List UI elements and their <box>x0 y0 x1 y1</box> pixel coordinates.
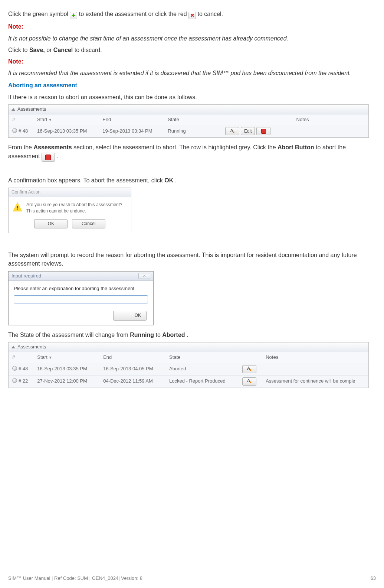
page-footer: SIM™ User Manual | Ref Code: SUM | GEN4_… <box>8 575 376 582</box>
aborting-heading: Aborting an assessment <box>8 81 376 90</box>
col-actions <box>221 114 292 125</box>
reason-paragraph: The system will prompt to record the rea… <box>8 251 376 268</box>
table-row[interactable]: # 22 27-Nov-2012 12:00 PM 04-Dec-2012 11… <box>9 375 368 387</box>
save-cancel-line: Click to Save, or Cancel to discard. <box>8 46 376 54</box>
panel-header[interactable]: Assessments <box>9 342 368 352</box>
warning-icon <box>12 202 23 212</box>
chevron-up-icon <box>12 346 15 348</box>
abort-button[interactable] <box>256 127 270 135</box>
note-label-2: Note: <box>8 57 376 66</box>
col-number[interactable]: # <box>9 114 33 125</box>
row-action-button[interactable]: A● <box>225 127 239 135</box>
col-state[interactable]: State <box>164 114 221 125</box>
col-notes[interactable]: Notes <box>293 114 368 125</box>
plus-green-icon: ✚ <box>70 12 77 19</box>
col-start[interactable]: Start▼ <box>33 352 99 363</box>
abort-reason-input[interactable] <box>14 295 148 303</box>
note-label-1: Note: <box>8 22 376 31</box>
panel-title: Assessments <box>17 106 46 113</box>
assessments-panel-running: Assessments # Start▼ End State Notes # 4… <box>8 104 369 138</box>
abort-intro: If there is a reason to abort an assessm… <box>8 93 376 101</box>
confirm-action-dialog: Confirm Action Are you sure you wish to … <box>8 188 131 233</box>
col-state[interactable]: State <box>165 352 239 363</box>
cancel-red-icon: ✖ <box>188 12 196 19</box>
panel-header[interactable]: Assessments <box>9 105 368 114</box>
col-number[interactable]: # <box>9 352 33 363</box>
row-status-icon <box>12 128 17 133</box>
input-required-dialog: Input required ✕ Please enter an explana… <box>8 271 154 325</box>
table-header-row: # Start▼ End State Notes <box>9 114 368 125</box>
footer-left: SIM™ User Manual | Ref Code: SUM | GEN4_… <box>8 575 142 582</box>
abort-button-inline[interactable] <box>42 153 55 162</box>
cancel-button[interactable]: Cancel <box>72 219 105 228</box>
table-header-row: # Start▼ End State Notes <box>9 352 368 363</box>
close-icon[interactable]: ✕ <box>138 273 150 279</box>
table-row[interactable]: # 48 16-Sep-2013 03:35 PM 16-Sep-2013 04… <box>9 363 368 375</box>
dialog-title: Confirm Action <box>9 188 131 197</box>
col-end[interactable]: End <box>99 352 165 363</box>
abort-instruction: From the Assessments section, select the… <box>8 143 376 162</box>
row-action-button[interactable]: A● <box>242 365 256 373</box>
col-actions <box>239 352 262 363</box>
edit-button[interactable]: Edit <box>241 127 255 135</box>
sort-desc-icon: ▼ <box>48 118 52 122</box>
table-row[interactable]: # 48 16-Sep-2013 03:35 PM 19-Sep-2013 03… <box>9 125 368 137</box>
dialog-prompt: Please enter an explanation for aborting… <box>14 285 148 292</box>
note-2-text: It is recommended that the assessment is… <box>8 69 376 77</box>
chevron-up-icon <box>12 108 15 111</box>
dialog-title: Input required <box>12 273 41 280</box>
row-status-icon <box>12 366 17 371</box>
panel-title: Assessments <box>17 344 46 351</box>
extend-cancel-line: Click the green symbol ✚ to extend the a… <box>8 10 376 19</box>
row-status-icon <box>12 378 17 383</box>
note-1-text: It is not possible to change the start t… <box>8 34 376 43</box>
assessments-panel-aborted: Assessments # Start▼ End State Notes # 4… <box>8 342 369 388</box>
col-start[interactable]: Start▼ <box>33 114 99 125</box>
col-end[interactable]: End <box>99 114 164 125</box>
ok-button[interactable]: OK <box>34 219 68 228</box>
col-notes[interactable]: Notes <box>262 352 368 363</box>
row-action-button[interactable]: A● <box>242 377 256 386</box>
page-number: 63 <box>371 575 376 582</box>
state-change-line: The State of the assessment will change … <box>8 331 376 339</box>
dialog-message: Are you sure you wish to Abort this asse… <box>26 202 127 215</box>
ok-button[interactable]: OK <box>113 311 147 320</box>
sort-desc-icon: ▼ <box>49 355 52 360</box>
confirm-intro: A confirmation box appears. To abort the… <box>8 176 376 185</box>
